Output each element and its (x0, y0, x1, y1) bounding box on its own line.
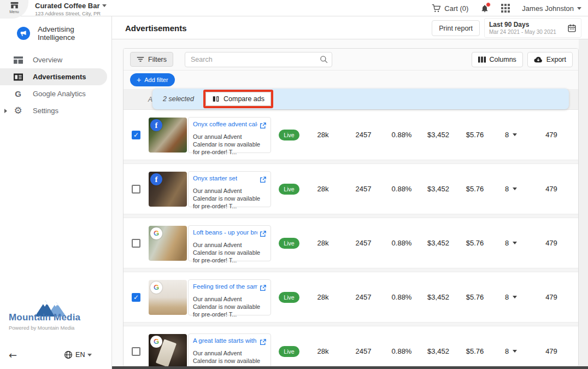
chevron-down-icon (102, 4, 107, 7)
table-toolbar: Filters Columns Export (124, 49, 578, 71)
platform-badge: G (150, 227, 162, 239)
business-selector[interactable]: Curated Coffee Bar 123 Address Street, C… (35, 2, 107, 16)
table-row: ✓ f Onyx coffee advent calen... Our annu… (124, 110, 578, 160)
page-size-value: 8 (505, 293, 509, 301)
facebook-icon: f (155, 121, 158, 130)
ad-title-link[interactable]: Onyx starter set (193, 175, 237, 181)
sidebar-item-settings[interactable]: ⚙ Settings (0, 102, 111, 119)
powered-by-text: Powered by Mountain Media (9, 325, 111, 331)
sidebar-item-overview[interactable]: Overview (0, 51, 111, 68)
sidebar: Advertising Intelligence Overview Advert… (0, 16, 112, 369)
language-selector[interactable]: EN (64, 350, 92, 359)
ad-thumbnail: G (149, 226, 187, 261)
external-link-icon[interactable] (260, 121, 266, 131)
add-filter-row: + Add filter (124, 71, 578, 90)
business-address: 123 Address Street, City, PR (35, 10, 107, 16)
ad-description: Our annual Advent Calendar is now availa… (193, 241, 266, 265)
dashboard-icon (13, 56, 23, 64)
conversions-value: 479 (530, 347, 573, 355)
row-checkbox[interactable]: ✓ (132, 347, 140, 356)
search-box (185, 52, 332, 67)
clicks-value: 2457 (342, 293, 385, 301)
spend-value: $3,452 (419, 131, 458, 139)
page-size-dropdown[interactable]: 8 (492, 239, 530, 247)
chevron-down-icon (577, 7, 581, 10)
print-report-button[interactable]: Print report (432, 20, 480, 36)
status-badge: Live (279, 292, 299, 303)
selected-count: 2 selected (163, 95, 194, 103)
cpc-value: $5.76 (458, 347, 492, 355)
sidebar-item-advertisements[interactable]: Advertisements (0, 68, 107, 85)
page-size-dropdown[interactable]: 8 (492, 185, 530, 193)
ads-table-panel: Filters Columns Export + Add filter (123, 48, 579, 367)
row-separator (124, 160, 578, 164)
platform-badge: f (150, 173, 162, 185)
chevron-down-icon (513, 188, 517, 190)
page-size-dropdown[interactable]: 8 (492, 347, 530, 355)
row-checkbox[interactable]: ✓ (132, 293, 140, 302)
external-link-icon[interactable] (260, 284, 266, 294)
check-icon: ✓ (133, 132, 139, 138)
notifications-button[interactable] (480, 4, 489, 13)
sidebar-item-label: Advertisements (33, 73, 86, 81)
date-range-picker[interactable]: Last 90 Days Mar 24 2021 - May 30 2021 (484, 18, 581, 38)
globe-icon (64, 350, 73, 359)
menu-button[interactable]: Menu (0, 0, 28, 19)
add-filter-button[interactable]: + Add filter (130, 73, 175, 86)
page-size-value: 8 (505, 347, 509, 355)
row-checkbox[interactable]: ✓ (132, 185, 140, 194)
cloud-download-icon (534, 56, 543, 63)
user-menu[interactable]: James Johnston (522, 4, 581, 13)
page-size-dropdown[interactable]: 8 (492, 293, 530, 301)
filters-button[interactable]: Filters (130, 52, 173, 67)
platform-badge: f (150, 119, 162, 131)
ad-title-link[interactable]: Loft beans - up your brew... (193, 229, 257, 236)
conversions-value: 479 (530, 131, 573, 139)
chevron-down-icon (513, 242, 517, 244)
ad-title-link[interactable]: Feeling tired of the same... (193, 283, 257, 290)
platform-badge: G (150, 336, 162, 348)
ctr-value: 0.88% (385, 239, 419, 247)
horizontal-scrollbar[interactable] (112, 366, 588, 369)
cart-button[interactable]: Cart (0) (432, 4, 468, 13)
ctr-value: 0.88% (385, 347, 419, 355)
apps-menu-button[interactable] (501, 4, 510, 13)
external-link-icon[interactable] (260, 230, 266, 239)
spend-value: $3,452 (419, 239, 458, 247)
ad-description: Our annual Advent Calendar is now availa… (193, 187, 266, 210)
external-link-icon[interactable] (260, 175, 266, 185)
back-arrow-button[interactable]: ← (9, 349, 17, 361)
row-checkbox[interactable]: ✓ (132, 239, 140, 248)
spend-value: $3,452 (419, 293, 458, 301)
row-checkbox[interactable]: ✓ (132, 131, 140, 139)
calendar-icon (567, 24, 577, 33)
google-icon: G (154, 229, 159, 237)
article-icon (13, 73, 23, 81)
ad-card: Onyx coffee advent calen... Our annual A… (188, 117, 271, 153)
clicks-value: 2457 (342, 347, 385, 355)
page-size-dropdown[interactable]: 8 (492, 131, 530, 139)
ad-description: Our annual Advent Calendar is now availa… (193, 133, 266, 156)
notification-dot (486, 2, 491, 7)
cart-label: Cart (0) (444, 4, 468, 13)
ad-card: Loft beans - up your brew... Our annual … (188, 225, 271, 261)
sidebar-item-google-analytics[interactable]: G Google Analytics (0, 85, 111, 102)
external-link-icon[interactable] (260, 338, 266, 348)
google-icon: G (154, 337, 159, 345)
ctr-value: 0.88% (385, 131, 419, 139)
selection-bar: 2 selected Compare ads (152, 89, 569, 109)
ad-title-link[interactable]: Onyx coffee advent calen... (193, 121, 257, 127)
storefront-icon (10, 2, 19, 9)
page-gutter (579, 39, 588, 367)
compare-ads-button[interactable]: Compare ads (205, 92, 271, 106)
export-button[interactable]: Export (527, 52, 573, 67)
conversions-value: 479 (530, 185, 573, 193)
spend-value: $3,452 (419, 347, 458, 355)
clicks-value: 2457 (342, 239, 385, 247)
business-name: Curated Coffee Bar (35, 2, 99, 10)
ad-thumbnail: f (149, 118, 187, 153)
columns-button[interactable]: Columns (472, 52, 523, 67)
search-input[interactable] (185, 52, 332, 67)
ad-title-link[interactable]: A great latte starts with g... (193, 337, 257, 344)
columns-icon (478, 56, 486, 63)
